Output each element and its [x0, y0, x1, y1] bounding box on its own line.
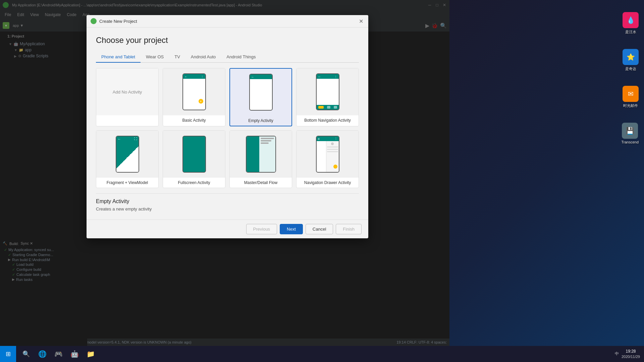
steam-icon: 🎮	[54, 350, 63, 358]
nav-drawer-fab	[333, 165, 337, 169]
navdrawer-topbar: ≡ ⋮	[317, 136, 339, 141]
clock-time: 19:28	[622, 349, 640, 354]
card-nav-drawer[interactable]: ≡ ⋮ Navigation Drawer Activity	[296, 130, 359, 188]
dots-icon-nd: ⋮	[334, 137, 337, 140]
back-arrow-icon-bn: ←	[318, 75, 321, 78]
dots-icon-bn: ⋮	[334, 75, 337, 78]
drawer-dot	[331, 142, 334, 145]
tab-wear-os[interactable]: Wear OS	[141, 52, 169, 63]
fragment-body	[116, 141, 139, 173]
desktop-icon-img-2: ✉	[623, 86, 639, 102]
back-arrow-icon-empty: ←	[251, 75, 255, 79]
bottom-nav-bar	[317, 105, 339, 110]
detail-line-3	[261, 142, 269, 144]
drawer-line-1	[327, 146, 338, 147]
nav-item-1	[318, 106, 324, 109]
desktop-icon-img-1: ⭐	[623, 49, 639, 65]
taskbar-right: 中 19:28 2020/11/29	[611, 349, 644, 359]
app-icon-3: 💾	[626, 127, 634, 135]
taskbar-studio[interactable]: 🤖	[67, 347, 82, 361]
card-fullscreen[interactable]: Fullscreen Activity	[163, 130, 225, 188]
taskbar-steam[interactable]: 🎮	[51, 347, 66, 361]
cancel-button[interactable]: Cancel	[306, 224, 333, 234]
card-master-detail[interactable]: Master/Detail Flow	[229, 130, 292, 188]
desktop-label-2: 时光邮件	[623, 103, 638, 108]
dialog-heading: Choose your project	[96, 36, 359, 45]
app-icon-0: 💧	[627, 16, 635, 24]
app-icon-1: ⭐	[627, 53, 635, 61]
tab-android-auto[interactable]: Android Auto	[185, 52, 221, 63]
drawer-line-3	[327, 151, 338, 152]
previous-button[interactable]: Previous	[246, 224, 277, 234]
tab-android-things[interactable]: Android Things	[221, 52, 261, 63]
dialog-close-button[interactable]: ✕	[358, 18, 364, 24]
taskbar-clock: 19:28 2020/11/29	[622, 349, 640, 359]
card-preview-bottom-nav: ← ⋮	[297, 68, 359, 115]
tab-tv[interactable]: TV	[169, 52, 185, 63]
explorer-icon: 📁	[87, 350, 95, 358]
desktop-label-1: 是奇达	[625, 66, 636, 71]
taskbar-browser[interactable]: 🌐	[35, 347, 50, 361]
hamburger-icon: ≡	[318, 137, 320, 141]
clock-date: 2020/11/29	[622, 354, 640, 359]
taskbar-items: 🔍 🌐 🎮 🤖 📁	[16, 347, 611, 361]
desktop-icon-1[interactable]: ⭐ 是奇达	[621, 47, 641, 73]
no-activity-text: Add No Activity	[113, 89, 142, 95]
taskbar-search[interactable]: 🔍	[19, 347, 34, 361]
card-fragment-viewmodel[interactable]: ← ⛶ Fragment + ViewModel	[96, 130, 159, 188]
selected-activity-info: Empty Activity Creates a new empty activ…	[96, 193, 359, 212]
master-panel	[247, 136, 259, 172]
desktop-icon-2[interactable]: ✉ 时光邮件	[621, 84, 641, 110]
studio-icon: 🤖	[70, 350, 79, 358]
activity-grid: Add No Activity ← ⋮ + Basic Activity	[96, 68, 359, 188]
fragment-topbar: ← ⛶	[116, 136, 139, 141]
tab-phone-tablet[interactable]: Phone and Tablet	[96, 52, 141, 63]
dialog-icon	[91, 18, 97, 24]
taskbar-explorer[interactable]: 📁	[83, 347, 98, 361]
phone-topbar-empty: ←	[250, 74, 272, 79]
search-icon: 🔍	[22, 350, 30, 358]
desktop-icon-img-3: 💾	[622, 123, 638, 139]
fullscreen-bg	[183, 136, 205, 172]
card-preview-no-activity: Add No Activity	[96, 68, 158, 115]
desktop-icon-0[interactable]: 💧 是汪水	[621, 10, 641, 37]
card-label-master-detail: Master/Detail Flow	[230, 178, 292, 188]
app-icon-2: ✉	[628, 90, 634, 98]
finish-button[interactable]: Finish	[336, 224, 362, 234]
phone-topbar-basic: ← ⋮	[183, 74, 205, 79]
detail-line-2	[261, 140, 271, 141]
drawer-line-2	[327, 149, 338, 150]
detail-line-1	[261, 138, 274, 139]
dialog-title-text: Create New Project	[99, 19, 358, 24]
card-label-fragment: Fragment + ViewModel	[96, 178, 158, 188]
fullscreen-icon: ⛶	[134, 137, 137, 140]
next-button[interactable]: Next	[280, 224, 303, 234]
desktop-icons: 💧 是汪水 ⭐ 是奇达 ✉ 时光邮件 💾 Transcend	[449, 0, 644, 349]
phone-mockup-basic: ← ⋮ +	[182, 73, 206, 110]
card-bottom-nav[interactable]: ← ⋮ Bottom Navigation Activity	[296, 68, 359, 126]
project-type-tabs: Phone and Tablet Wear OS TV Android Auto…	[96, 52, 359, 63]
dialog-body: Choose your project Phone and Tablet Wea…	[87, 27, 368, 220]
selected-activity-title: Empty Activity	[96, 198, 359, 204]
back-arrow-fragment: ←	[118, 137, 121, 141]
taskbar: ⊞ 🔍 🌐 🎮 🤖 📁 中 19:28 2020/11/29	[0, 346, 644, 362]
card-label-basic: Basic Activity	[163, 115, 225, 125]
card-add-no-activity[interactable]: Add No Activity	[96, 68, 159, 126]
desktop-label-0: 是汪水	[625, 29, 636, 35]
card-empty-activity[interactable]: ← Empty Activity	[229, 68, 292, 126]
card-preview-basic: ← ⋮ +	[163, 68, 225, 115]
start-button[interactable]: ⊞	[0, 346, 16, 362]
card-preview-fullscreen	[163, 131, 225, 178]
back-arrow-icon: ←	[184, 75, 188, 78]
card-basic-activity[interactable]: ← ⋮ + Basic Activity	[163, 68, 225, 126]
phone-mockup-empty: ←	[249, 74, 273, 111]
nav-item-3	[334, 106, 337, 109]
dialog-footer: Previous Next Cancel Finish	[87, 220, 368, 238]
windows-icon: ⊞	[6, 350, 11, 358]
desktop-icon-3[interactable]: 💾 Transcend	[619, 121, 641, 146]
card-label-empty: Empty Activity	[230, 116, 291, 126]
fragment-bg	[116, 141, 139, 173]
create-new-project-dialog: Create New Project ✕ Choose your project…	[87, 15, 368, 238]
system-tray: 中	[615, 351, 619, 357]
detail-panel	[259, 136, 275, 172]
